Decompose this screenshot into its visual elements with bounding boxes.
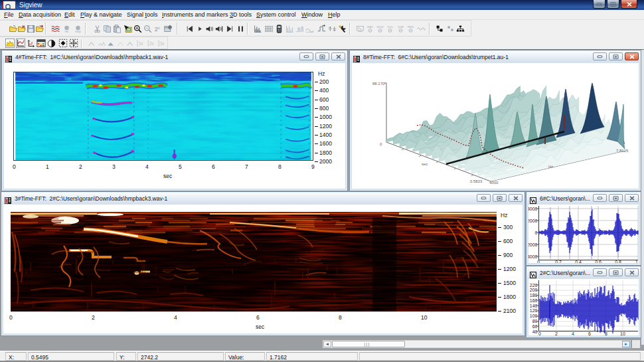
svg-text:0: 0 [537,260,540,263]
svg-text:40: 40 [532,329,538,334]
svg-text:140: 140 [530,304,538,308]
svg-text:4: 4 [572,331,574,335]
svg-text:1k2k: 1k2k [387,25,394,29]
svg-text:1: 1 [635,260,638,263]
svg-text:120: 120 [530,308,538,313]
svg-text:100: 100 [530,314,538,318]
svg-text:3x: 3x [160,41,165,46]
svg-text:80: 80 [532,319,538,323]
svg-text:8: 8 [605,331,607,335]
svg-text:rec: rec [64,30,69,33]
svg-text:220: 220 [530,283,538,288]
svg-text:RMS: RMS [408,25,414,29]
svg-text:160: 160 [530,298,538,303]
svg-text:200: 200 [530,288,538,292]
svg-text:Hz: Hz [548,165,553,169]
svg-text:SUM: SUM [398,25,404,29]
svg-text:2: 2 [555,331,558,335]
svg-text:0.2: 0.2 [555,260,562,263]
svg-text:88.170: 88.170 [372,82,385,86]
svg-text:1x: 1x [139,41,144,46]
svg-text:4000: 4000 [489,181,499,185]
svg-text:2n: 2n [155,26,160,33]
svg-text:10: 10 [620,331,625,335]
svg-text:0.6: 0.6 [595,260,602,263]
svg-text:7.8125: 7.8125 [616,149,629,153]
svg-text:0: 0 [538,331,541,335]
svg-text:HIGH: HIGH [376,25,383,29]
svg-text:2x: 2x [149,41,155,46]
svg-text:sec: sec [422,162,428,166]
svg-text:0.4: 0.4 [575,260,582,263]
svg-text:6: 6 [588,331,591,335]
svg-text:180: 180 [530,293,538,298]
svg-text:0: 0 [380,142,382,146]
svg-text:0.5823: 0.5823 [470,179,483,183]
svg-text:stop: stop [75,30,81,33]
svg-text:0.8: 0.8 [615,260,621,263]
svg-text:60: 60 [532,324,538,329]
svg-text:MAX: MAX [367,25,373,29]
